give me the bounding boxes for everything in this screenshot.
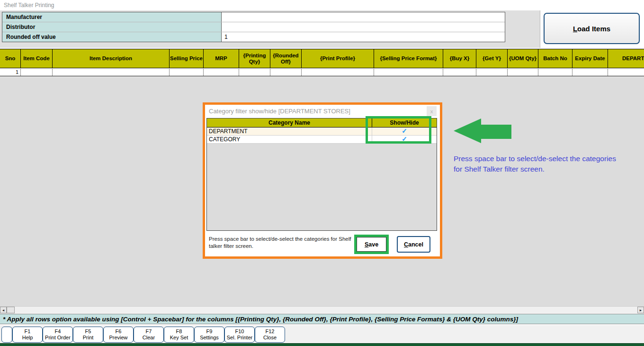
category-row[interactable]: CATEGORY✓ [207, 136, 437, 144]
fn-action-label: Settings [200, 335, 219, 341]
grid-cell[interactable] [204, 69, 239, 76]
scrollbar-thumb[interactable] [7, 307, 15, 313]
status-text: * Apply all rows option available using … [3, 316, 518, 323]
distributor-input[interactable] [222, 22, 505, 32]
grid-column-header[interactable]: DEPARTMENT [608, 49, 644, 68]
grid-cell[interactable] [476, 69, 508, 76]
scroll-right-icon[interactable]: ► [637, 307, 644, 313]
grid-cell[interactable] [170, 69, 204, 76]
grid-cell[interactable] [538, 69, 572, 76]
manufacturer-input[interactable] [222, 12, 505, 22]
fn-button-f9[interactable]: F9Settings [194, 327, 224, 343]
form-row-rounded-off: Rounded off value 1 [2, 32, 505, 42]
grid-column-header[interactable]: Expiry Date [572, 49, 608, 68]
horizontal-scrollbar[interactable]: ◄ ► [0, 306, 644, 313]
grid-cell[interactable] [608, 69, 644, 76]
category-filter-dialog: Category filter show/hide [DEPARTMENT ST… [203, 102, 442, 259]
check-icon[interactable]: ✓ [372, 136, 437, 143]
show-hide-column-header: Show/Hide [372, 118, 437, 127]
top-form-panel: Manufacturer Distributor Rounded off val… [0, 10, 540, 48]
category-name-column-header: Category Name [207, 118, 372, 127]
fn-key-label: F8 [176, 328, 182, 335]
grid-cell[interactable] [53, 69, 170, 76]
category-name-cell: CATEGORY [207, 136, 372, 143]
grid-cell[interactable] [239, 69, 270, 76]
rounded-off-label: Rounded off value [2, 32, 222, 42]
manufacturer-label: Manufacturer [2, 12, 222, 22]
category-row[interactable]: DEPARTMENT✓ [207, 127, 437, 136]
category-list: Category Name Show/Hide DEPARTMENT✓CATEG… [206, 118, 437, 231]
fn-button-f5[interactable]: F5Print [73, 327, 103, 343]
category-list-header: Category Name Show/Hide [207, 118, 437, 127]
bottom-accent-bar [0, 343, 644, 346]
function-key-buttons: F1HelpF4Print OrderF5PrintF6PreviewF7Cle… [1, 325, 285, 343]
fn-key-label: F6 [116, 328, 122, 335]
fn-key-label: F5 [85, 328, 91, 335]
window-titlebar: Shelf Talker Printing [0, 0, 644, 10]
fn-action-label: Help [22, 335, 33, 341]
dialog-title: Category filter show/hide [DEPARTMENT ST… [209, 108, 350, 115]
fn-button-f4[interactable]: F4Print Order [43, 327, 73, 343]
status-bar: * Apply all rows option available using … [0, 314, 644, 324]
grid-column-header[interactable]: Batch No [538, 49, 572, 68]
grid-column-header[interactable]: {Get Y} [476, 49, 508, 68]
filter-form: Manufacturer Distributor Rounded off val… [2, 12, 505, 42]
fn-action-label: Close [263, 335, 277, 341]
grid-column-header[interactable]: MRP [204, 49, 239, 68]
grid-cell[interactable]: 1 [0, 69, 21, 76]
load-items-button[interactable]: Load Items [544, 13, 640, 44]
rounded-off-input[interactable]: 1 [222, 32, 505, 42]
load-items-area: Load Items [540, 10, 644, 48]
grid-column-header[interactable]: Selling Price [170, 49, 204, 68]
fn-button-f10[interactable]: F10Sel. Printer [224, 327, 255, 343]
grid-column-header[interactable]: {Printing Qty} [239, 49, 270, 68]
fn-action-label: Clear [143, 335, 155, 341]
fn-button-f6[interactable]: F6Preview [103, 327, 134, 343]
grid-column-header[interactable]: {Rounded Off} [270, 49, 302, 68]
grid-cell[interactable] [443, 69, 476, 76]
grid-header: SnoItem CodeItem DescriptionSelling Pric… [0, 49, 644, 68]
grid-column-header[interactable]: {Buy X} [443, 49, 476, 68]
window-title: Shelf Talker Printing [4, 2, 54, 9]
grid-column-header[interactable]: Sno [0, 49, 21, 68]
fn-key-label: F9 [206, 328, 213, 335]
form-row-distributor: Distributor [2, 22, 505, 32]
annotation-note: Press space bar to select/de-select the … [454, 154, 617, 174]
grid-row[interactable]: 1 [0, 69, 644, 76]
save-button[interactable]: Save [357, 237, 386, 252]
scroll-left-icon[interactable]: ◄ [0, 307, 7, 313]
function-key-bar: F1HelpF4Print OrderF5PrintF6PreviewF7Cle… [0, 325, 644, 343]
fn-key-label: F7 [146, 328, 152, 335]
grid-column-header[interactable]: {UOM Qty} [508, 49, 538, 68]
fn-button-f8[interactable]: F8Key Set [164, 327, 194, 343]
grid-column-header[interactable]: Item Description [53, 49, 170, 68]
fn-action-label: Sel. Printer [227, 335, 252, 341]
grid-cell[interactable] [508, 69, 538, 76]
grid-cell[interactable] [21, 69, 53, 76]
annotation-arrow-icon [454, 118, 481, 143]
fn-button-blank[interactable] [1, 327, 12, 343]
grid-column-header[interactable]: Item Code [21, 49, 53, 68]
check-icon[interactable]: ✓ [372, 127, 437, 135]
dialog-hint-text: Press space bar to select/de-select the … [209, 236, 355, 250]
fn-action-label: Print Order [45, 335, 71, 341]
fn-button-f12[interactable]: F12Close [255, 327, 285, 343]
fn-action-label: Print [83, 335, 94, 341]
grid-cell[interactable] [302, 69, 374, 76]
form-row-manufacturer: Manufacturer [2, 12, 505, 22]
fn-action-label: Key Set [170, 335, 188, 341]
fn-key-label: F12 [266, 328, 275, 335]
fn-button-f7[interactable]: F7Clear [134, 327, 164, 343]
fn-key-label: F4 [55, 328, 61, 335]
grid-column-header[interactable]: {Selling Price Format} [374, 49, 443, 68]
save-highlight-box: Save [354, 235, 389, 254]
grid-column-header[interactable]: {Print Profile} [302, 49, 374, 68]
fn-button-f1[interactable]: F1Help [12, 327, 43, 343]
distributor-label: Distributor [2, 22, 222, 32]
close-icon[interactable]: x [427, 106, 437, 116]
cancel-button[interactable]: Cancel [397, 236, 430, 253]
grid-cell[interactable] [270, 69, 302, 76]
grid-cell[interactable] [374, 69, 443, 76]
fn-key-label: F1 [25, 328, 31, 335]
grid-cell[interactable] [572, 69, 608, 76]
